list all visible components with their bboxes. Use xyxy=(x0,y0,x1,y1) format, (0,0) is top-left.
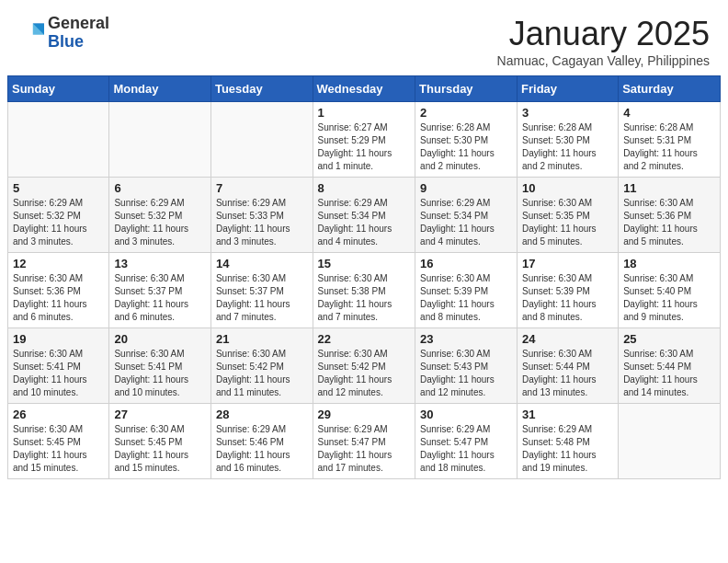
day-info: Sunrise: 6:30 AM Sunset: 5:44 PM Dayligh… xyxy=(623,348,715,399)
day-info: Sunrise: 6:29 AM Sunset: 5:32 PM Dayligh… xyxy=(114,197,206,248)
day-info: Sunrise: 6:29 AM Sunset: 5:47 PM Dayligh… xyxy=(420,423,512,475)
day-info: Sunrise: 6:30 AM Sunset: 5:37 PM Dayligh… xyxy=(114,272,206,324)
day-info: Sunrise: 6:30 AM Sunset: 5:41 PM Dayligh… xyxy=(114,348,206,399)
calendar-cell: 9Sunrise: 6:29 AM Sunset: 5:34 PM Daylig… xyxy=(415,178,518,253)
day-number: 17 xyxy=(522,257,613,270)
logo-general: General xyxy=(48,14,109,32)
calendar-cell xyxy=(109,102,211,178)
calendar-cell xyxy=(619,404,721,479)
day-info: Sunrise: 6:29 AM Sunset: 5:34 PM Dayligh… xyxy=(318,197,411,248)
calendar-wrapper: SundayMondayTuesdayWednesdayThursdayFrid… xyxy=(0,75,728,487)
day-number: 10 xyxy=(522,181,613,195)
calendar-cell: 8Sunrise: 6:29 AM Sunset: 5:34 PM Daylig… xyxy=(313,178,415,253)
logo-text: General Blue xyxy=(48,15,109,52)
calendar-cell: 5Sunrise: 6:29 AM Sunset: 5:32 PM Daylig… xyxy=(8,178,109,253)
day-number: 18 xyxy=(623,257,715,270)
calendar-table: SundayMondayTuesdayWednesdayThursdayFrid… xyxy=(7,75,721,479)
logo-blue: Blue xyxy=(48,32,84,51)
day-info: Sunrise: 6:30 AM Sunset: 5:36 PM Dayligh… xyxy=(623,197,715,248)
day-number: 19 xyxy=(13,332,104,346)
calendar-cell: 11Sunrise: 6:30 AM Sunset: 5:36 PM Dayli… xyxy=(619,178,721,253)
day-number: 1 xyxy=(318,106,411,120)
day-info: Sunrise: 6:30 AM Sunset: 5:38 PM Dayligh… xyxy=(318,272,411,324)
day-number: 4 xyxy=(623,106,715,120)
day-number: 8 xyxy=(318,181,411,195)
day-number: 2 xyxy=(420,106,512,120)
day-info: Sunrise: 6:28 AM Sunset: 5:31 PM Dayligh… xyxy=(623,121,715,173)
day-number: 31 xyxy=(522,408,613,421)
calendar-cell: 10Sunrise: 6:30 AM Sunset: 5:35 PM Dayli… xyxy=(518,178,619,253)
calendar-cell: 17Sunrise: 6:30 AM Sunset: 5:39 PM Dayli… xyxy=(518,253,619,328)
day-number: 15 xyxy=(318,257,411,270)
day-number: 23 xyxy=(420,332,512,346)
day-info: Sunrise: 6:29 AM Sunset: 5:46 PM Dayligh… xyxy=(216,423,308,475)
day-number: 20 xyxy=(114,332,206,346)
day-number: 7 xyxy=(216,181,308,195)
day-info: Sunrise: 6:30 AM Sunset: 5:37 PM Dayligh… xyxy=(216,272,308,324)
calendar-cell: 30Sunrise: 6:29 AM Sunset: 5:47 PM Dayli… xyxy=(415,404,518,479)
svg-marker-1 xyxy=(33,23,44,34)
day-info: Sunrise: 6:30 AM Sunset: 5:42 PM Dayligh… xyxy=(216,348,308,399)
day-info: Sunrise: 6:30 AM Sunset: 5:40 PM Dayligh… xyxy=(623,272,715,324)
calendar-cell: 2Sunrise: 6:28 AM Sunset: 5:30 PM Daylig… xyxy=(415,102,518,178)
calendar-cell xyxy=(8,102,109,178)
calendar-cell: 18Sunrise: 6:30 AM Sunset: 5:40 PM Dayli… xyxy=(619,253,721,328)
calendar-week-5: 26Sunrise: 6:30 AM Sunset: 5:45 PM Dayli… xyxy=(8,404,721,479)
calendar-cell: 27Sunrise: 6:30 AM Sunset: 5:45 PM Dayli… xyxy=(109,404,211,479)
weekday-header-row: SundayMondayTuesdayWednesdayThursdayFrid… xyxy=(8,76,721,102)
weekday-header-tuesday: Tuesday xyxy=(210,76,313,102)
day-number: 11 xyxy=(623,181,715,195)
calendar-cell: 25Sunrise: 6:30 AM Sunset: 5:44 PM Dayli… xyxy=(619,328,721,404)
calendar-cell: 15Sunrise: 6:30 AM Sunset: 5:38 PM Dayli… xyxy=(313,253,415,328)
day-info: Sunrise: 6:30 AM Sunset: 5:45 PM Dayligh… xyxy=(13,423,104,475)
day-info: Sunrise: 6:30 AM Sunset: 5:35 PM Dayligh… xyxy=(522,197,613,248)
day-info: Sunrise: 6:30 AM Sunset: 5:36 PM Dayligh… xyxy=(13,272,104,324)
weekday-header-friday: Friday xyxy=(518,76,619,102)
day-info: Sunrise: 6:27 AM Sunset: 5:29 PM Dayligh… xyxy=(318,121,411,173)
calendar-cell: 20Sunrise: 6:30 AM Sunset: 5:41 PM Dayli… xyxy=(109,328,211,404)
day-info: Sunrise: 6:29 AM Sunset: 5:33 PM Dayligh… xyxy=(216,197,308,248)
day-info: Sunrise: 6:28 AM Sunset: 5:30 PM Dayligh… xyxy=(420,121,512,173)
day-number: 26 xyxy=(13,408,104,421)
calendar-cell: 6Sunrise: 6:29 AM Sunset: 5:32 PM Daylig… xyxy=(109,178,211,253)
day-number: 5 xyxy=(13,181,104,195)
weekday-header-sunday: Sunday xyxy=(8,76,109,102)
day-number: 28 xyxy=(216,408,308,421)
day-number: 13 xyxy=(114,257,206,270)
day-number: 25 xyxy=(623,332,715,346)
month-title: January 2025 xyxy=(497,15,710,53)
day-info: Sunrise: 6:30 AM Sunset: 5:43 PM Dayligh… xyxy=(420,348,512,399)
location-subtitle: Namuac, Cagayan Valley, Philippines xyxy=(497,53,710,68)
calendar-week-2: 5Sunrise: 6:29 AM Sunset: 5:32 PM Daylig… xyxy=(8,178,721,253)
day-number: 24 xyxy=(522,332,613,346)
calendar-cell: 28Sunrise: 6:29 AM Sunset: 5:46 PM Dayli… xyxy=(210,404,313,479)
day-info: Sunrise: 6:29 AM Sunset: 5:48 PM Dayligh… xyxy=(522,423,613,475)
day-info: Sunrise: 6:30 AM Sunset: 5:42 PM Dayligh… xyxy=(318,348,411,399)
day-info: Sunrise: 6:30 AM Sunset: 5:41 PM Dayligh… xyxy=(13,348,104,399)
calendar-cell: 4Sunrise: 6:28 AM Sunset: 5:31 PM Daylig… xyxy=(619,102,721,178)
day-number: 29 xyxy=(318,408,411,421)
calendar-cell: 13Sunrise: 6:30 AM Sunset: 5:37 PM Dayli… xyxy=(109,253,211,328)
calendar-cell: 21Sunrise: 6:30 AM Sunset: 5:42 PM Dayli… xyxy=(210,328,313,404)
calendar-cell: 1Sunrise: 6:27 AM Sunset: 5:29 PM Daylig… xyxy=(313,102,415,178)
page-header: General Blue January 2025 Namuac, Cagaya… xyxy=(0,0,728,75)
weekday-header-wednesday: Wednesday xyxy=(313,76,415,102)
calendar-cell: 29Sunrise: 6:29 AM Sunset: 5:47 PM Dayli… xyxy=(313,404,415,479)
day-number: 22 xyxy=(318,332,411,346)
calendar-week-4: 19Sunrise: 6:30 AM Sunset: 5:41 PM Dayli… xyxy=(8,328,721,404)
day-number: 14 xyxy=(216,257,308,270)
calendar-cell: 24Sunrise: 6:30 AM Sunset: 5:44 PM Dayli… xyxy=(518,328,619,404)
day-number: 16 xyxy=(420,257,512,270)
calendar-cell: 7Sunrise: 6:29 AM Sunset: 5:33 PM Daylig… xyxy=(210,178,313,253)
day-info: Sunrise: 6:30 AM Sunset: 5:39 PM Dayligh… xyxy=(420,272,512,324)
day-info: Sunrise: 6:29 AM Sunset: 5:34 PM Dayligh… xyxy=(420,197,512,248)
day-number: 6 xyxy=(114,181,206,195)
day-number: 3 xyxy=(522,106,613,120)
title-block: January 2025 Namuac, Cagayan Valley, Phi… xyxy=(497,15,710,68)
logo-icon xyxy=(18,20,44,46)
calendar-cell: 22Sunrise: 6:30 AM Sunset: 5:42 PM Dayli… xyxy=(313,328,415,404)
day-info: Sunrise: 6:30 AM Sunset: 5:44 PM Dayligh… xyxy=(522,348,613,399)
day-number: 21 xyxy=(216,332,308,346)
weekday-header-thursday: Thursday xyxy=(415,76,518,102)
calendar-cell: 26Sunrise: 6:30 AM Sunset: 5:45 PM Dayli… xyxy=(8,404,109,479)
